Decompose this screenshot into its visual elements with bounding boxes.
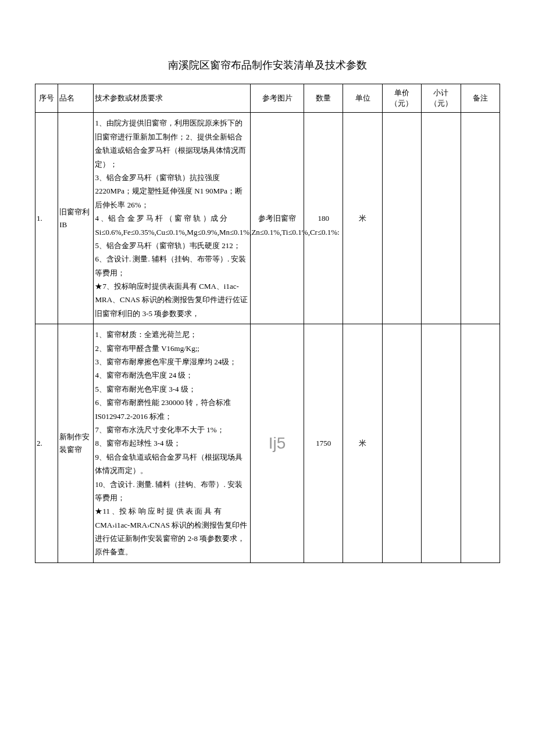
cell-remark [461, 113, 500, 324]
header-subtotal-line2: （元） [430, 99, 452, 108]
header-subtotal: 小计 （元） [422, 84, 461, 113]
table-row: 1. 旧窗帘利IB 1、由院方提供旧窗帘，利用医院原来拆下的旧窗帘进行重新加工制… [35, 113, 500, 324]
cell-price [382, 324, 421, 563]
header-price-line2: （元） [390, 99, 413, 108]
header-seq: 序号 [35, 84, 58, 113]
cell-spec: 1、由院方提供旧窗帘，利用医院原来拆下的旧窗帘进行重新加工制作；2、提供全新铝合… [94, 113, 251, 324]
cell-remark [461, 324, 500, 563]
header-subtotal-line1: 小计 [433, 88, 448, 97]
table-header-row: 序号 品名 技术参数或材质要求 参考图片 数量 单位 单价 （元） 小计 （元）… [35, 84, 500, 113]
cell-img: Ij5 [251, 324, 304, 563]
cell-seq: 1. [35, 113, 58, 324]
cell-name: 旧窗帘利IB [58, 113, 94, 324]
header-qty: 数量 [304, 84, 343, 113]
image-placeholder-icon: Ij5 [269, 434, 286, 452]
header-remark: 备注 [461, 84, 500, 113]
header-img: 参考图片 [251, 84, 304, 113]
table-row: 2. 新制作安装窗帘 1、窗帘材质：全遮光荷兰尼；2、窗帘布甲醛含量 V16mg… [35, 324, 500, 563]
cell-qty: 180 [304, 113, 343, 324]
header-name: 品名 [58, 84, 94, 113]
spec-table: 序号 品名 技术参数或材质要求 参考图片 数量 单位 单价 （元） 小计 （元）… [35, 84, 500, 563]
header-price-line1: 单价 [394, 88, 409, 97]
cell-name: 新制作安装窗帘 [58, 324, 94, 563]
cell-subtotal [422, 113, 461, 324]
header-price: 单价 （元） [382, 84, 421, 113]
cell-spec: 1、窗帘材质：全遮光荷兰尼；2、窗帘布甲醛含量 V16mg/Kg;;3、窗帘布耐… [94, 324, 251, 563]
cell-unit: 米 [343, 324, 382, 563]
cell-unit: 米 [343, 113, 382, 324]
header-spec: 技术参数或材质要求 [94, 84, 251, 113]
cell-seq: 2. [35, 324, 58, 563]
cell-qty: 1750 [304, 324, 343, 563]
cell-img: 参考旧窗帘 [251, 113, 304, 324]
header-unit: 单位 [343, 84, 382, 113]
page-title: 南溪院区窗帘布品制作安装清单及技术参数 [35, 58, 500, 72]
cell-price [382, 113, 421, 324]
cell-subtotal [422, 324, 461, 563]
